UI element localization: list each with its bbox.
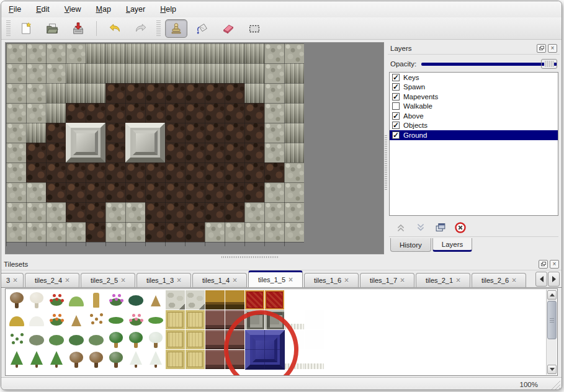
dock-tab-history[interactable]: History [390,238,431,252]
maroon-seat-tile[interactable] [225,350,245,370]
layer-visibility-checkbox[interactable]: ✓ [392,112,400,120]
wood-counter-tile[interactable] [225,290,245,310]
float-panel-button[interactable] [539,260,548,269]
red-carpet-tile[interactable] [245,290,265,310]
menu-file[interactable]: File [9,5,21,14]
close-tab-icon[interactable]: × [289,275,293,284]
blue-beveled-tile[interactable] [245,330,285,370]
close-tab-icon[interactable]: × [65,276,69,285]
close-panel-button[interactable]: × [548,44,557,53]
tan-mat-tile[interactable] [166,330,186,350]
gray-stone-tile[interactable] [285,290,305,310]
tileset-scrollbar[interactable] [546,290,557,375]
white-blank-tile[interactable] [285,330,305,350]
conifer-rocks-tile[interactable] [47,350,66,370]
select-tool-button[interactable] [243,19,266,38]
undo-button[interactable] [104,19,126,38]
tileset-tab-tiles_1_6[interactable]: tiles_1_6× [304,273,359,287]
fill-tool-button[interactable] [191,19,213,38]
tileset-tab-tiles_1_3[interactable]: tiles_1_3× [137,273,191,287]
scroll-down-button[interactable] [547,365,557,374]
layer-row-ground[interactable]: ✓Ground [390,130,558,140]
dry-grass-tile[interactable] [66,310,86,330]
layer-visibility-checkbox[interactable]: ✓ [392,131,400,139]
layer-row-above[interactable]: ✓Above [390,111,558,121]
menu-layer[interactable]: Layer [126,5,145,14]
snowy-pine-tile[interactable] [146,350,166,370]
move-layer-up-button[interactable] [393,220,409,236]
cobblestone-tile[interactable] [166,290,186,310]
pale-shrub-tile[interactable] [86,330,106,350]
leaf-scatter-tile[interactable] [86,310,106,330]
lily-pads-tile[interactable] [106,310,126,330]
layer-row-spawn[interactable]: ✓Spawn [390,82,558,92]
white-blank-tile[interactable] [305,310,325,330]
dead-tree-tile[interactable] [86,350,106,370]
gray-stone-tile[interactable] [305,290,325,310]
close-tab-icon[interactable]: × [456,276,460,285]
tileset-tab-3[interactable]: 3× [1,273,24,287]
menu-help[interactable]: Help [160,5,176,14]
opacity-slider-track[interactable] [421,63,557,66]
maroon-seat-tile[interactable] [225,330,245,350]
menu-edit[interactable]: Edit [36,5,50,14]
hay-mound-tile[interactable] [7,310,27,330]
tree-trunk-tile[interactable] [86,290,106,310]
tileset-tab-tiles_2_1[interactable]: tiles_2_1× [416,273,470,287]
fern-tile[interactable] [126,290,146,310]
scroll-tabs-right-button[interactable] [548,272,560,287]
white-curtain-tile[interactable] [285,310,305,330]
maroon-seat-tile[interactable] [225,310,245,330]
dead-tree-tile[interactable] [7,290,27,310]
maroon-seat-tile[interactable] [205,330,225,350]
move-layer-down-button[interactable] [413,220,429,236]
tan-mat-tile[interactable] [186,310,205,330]
snowy-palm-tile[interactable] [146,330,166,350]
delete-layer-button[interactable] [452,220,468,236]
red-carpet-tile[interactable] [265,290,285,310]
conifer-tile[interactable] [27,350,47,370]
twisted-dead-tree-tile[interactable] [66,350,86,370]
stone-frame-tile[interactable] [245,310,265,330]
dock-tab-layers[interactable]: Layers [432,238,473,252]
dark-shrub-tile[interactable] [66,330,86,350]
menu-view[interactable]: View [65,5,81,14]
tan-mat-tile[interactable] [166,350,186,370]
wood-counter-tile[interactable] [205,290,225,310]
mossy-tree-tile[interactable] [106,350,126,370]
scroll-tabs-left-button[interactable] [535,272,547,287]
tileset-tab-tiles_2_5[interactable]: tiles_2_5× [81,273,135,287]
pale-tree-tile[interactable] [27,290,47,310]
stone-frame-tile[interactable] [265,310,285,330]
layer-visibility-checkbox[interactable]: ✓ [392,122,400,129]
white-curtain-tile[interactable] [285,350,305,370]
tan-mat-tile[interactable] [186,350,205,370]
dry-sprig-tile[interactable] [146,290,166,310]
menu-map[interactable]: Map [96,5,111,14]
tileset-tab-tiles_1_5[interactable]: tiles_1_5× [248,270,303,287]
close-tab-icon[interactable]: × [344,276,349,285]
maroon-seat-tile[interactable] [205,310,225,330]
tan-mat-tile[interactable] [166,310,186,330]
snow-mound-tile[interactable] [27,310,47,330]
float-panel-button[interactable] [537,44,546,53]
layer-visibility-checkbox[interactable]: ✓ [392,93,400,100]
tileset-tab-tiles_2_6[interactable]: tiles_2_6× [472,273,526,287]
close-tab-icon[interactable]: × [121,276,125,285]
purple-flower-bush-tile[interactable] [106,290,126,310]
layer-row-keys[interactable]: ✓Keys [390,73,558,82]
white-blank-tile[interactable] [305,330,325,350]
palm-tree-tile[interactable] [106,330,126,350]
palm-tree-tile[interactable] [126,330,146,350]
tileset-tab-tiles_1_7[interactable]: tiles_1_7× [360,273,414,287]
tan-mat-tile[interactable] [186,330,205,350]
maroon-seat-tile[interactable] [205,350,225,370]
layer-row-mapevents[interactable]: ✓Mapevents [390,92,558,102]
red-bloom-tile[interactable] [47,290,66,310]
opacity-slider[interactable] [421,59,557,69]
resize-grip[interactable] [551,380,560,390]
close-tab-icon[interactable]: × [400,276,405,285]
white-curtain-tile[interactable] [305,350,325,370]
layer-visibility-checkbox[interactable]: ✓ [392,83,400,91]
conifer-tile[interactable] [7,350,27,370]
